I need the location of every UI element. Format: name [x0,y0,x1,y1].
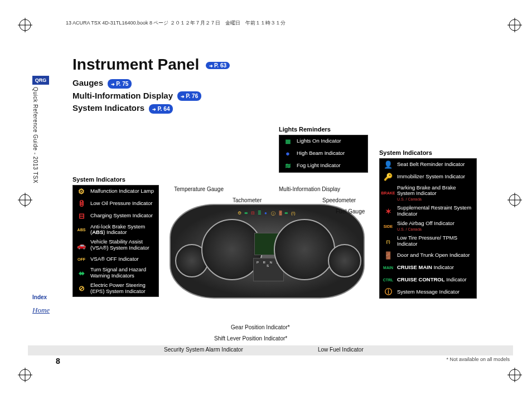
sys-heading: System Indicators [72,103,144,113]
callout-label: Temperature Gauge [174,186,224,192]
indicator-icon: 🚪 [383,251,394,260]
indicator-icon: ⊟ [76,212,87,221]
speedometer-icon [274,219,335,280]
callout-label: Speedometer [322,197,356,203]
indicator-label: Anti-lock Brake System (ABS) Indicator [90,224,156,236]
indicator-icon: ≣ [282,137,293,146]
indicator-label: Seat Belt Reminder Indicator [397,162,473,168]
page-ref-link[interactable]: P. 76 [177,91,201,101]
indicator-label: Lights On Indicator [297,138,365,144]
indicator-row: 🛢Low Oil Pressure Indicator [73,198,158,210]
indicator-icon: CTRL [383,275,394,284]
indicator-label: CRUISE MAIN Indicator [397,265,473,271]
lights-reminders-title: Lights Reminders [279,126,331,133]
indicator-row: 🔑Immobilizer System Indicator [380,171,476,183]
callout-label: Fuel Gauge [336,208,365,214]
indicator-row: ⊘Electric Power Steering (EPS) System In… [73,281,158,296]
indicator-icon: ⊘ [76,284,87,293]
indicator-icon: SIDE [383,222,394,231]
indicator-label: Charging System Indicator [90,213,156,219]
indicator-icon: ⚙ [76,187,87,196]
index-link[interactable]: Index [32,293,49,301]
indicator-label: Supplemental Restraint System Indicator [397,205,473,217]
indicator-icon: (!) [383,237,394,246]
page-title: Instrument Panel P. 63 [72,56,513,74]
indicator-icon: ⓘ [383,287,394,296]
right-indicators-box: 👤Seat Belt Reminder Indicator🔑Immobilize… [379,158,477,299]
indicator-label: CRUISE CONTROL Indicator [397,277,473,283]
fuel-gauge-icon [328,244,361,277]
indicator-icon: ✶ [383,207,394,216]
crop-mark-icon [507,18,522,32]
indicator-icon: 👤 [383,160,394,169]
indicator-label: Low Tire Pressure/ TPMS Indicator [397,235,473,247]
indicator-icon: 🚗 [76,241,87,250]
subheadings: Gauges P. 75 Multi-Information Display P… [72,77,513,115]
indicator-row: 🚗Vehicle Stability Assist (VSA®) System … [73,237,158,253]
indicator-row: ≣Lights On Indicator [279,135,367,148]
indicator-row: ✶Supplemental Restraint System Indicator [380,203,476,219]
sidebar: QRG Quick Reference Guide - 2013 TSX Ind… [32,76,49,315]
page-number: 8 [56,357,60,365]
callout-label: Multi-Information Display [279,186,340,192]
main-content: Instrument Panel P. 63 Gauges P. 75 Mult… [72,56,513,371]
indicator-icon: MAIN [383,263,394,272]
indicator-row: 🚪Door and Trunk Open Indicator [380,249,476,261]
indicator-row: ABSAnti-lock Brake System (ABS) Indicato… [73,222,158,238]
indicator-row: OFFVSA® OFF Indicator [73,253,158,265]
indicator-row: ⓘSystem Message Indicator [380,286,476,298]
gauges-heading: Gauges [72,78,103,87]
indicator-label: System Message Indicator [397,289,473,295]
left-indicators-title: System Indicators [72,176,125,183]
indicator-row: (!)Low Tire Pressure/ TPMS Indicator [380,233,476,249]
page-ref-link[interactable]: P. 75 [108,79,132,89]
indicator-row: SIDESide Airbag Off IndicatorU.S. / Cana… [380,219,476,233]
crop-mark-icon [18,368,32,382]
indicator-label: Immobilizer System Indicator [397,174,473,180]
indicator-icon: ABS [76,225,87,234]
indicator-label: VSA® OFF Indicator [90,256,156,262]
qrg-tab[interactable]: QRG [32,76,49,85]
indicator-row: CTRLCRUISE CONTROL Indicator [380,274,476,286]
indicator-row: ⊟Charging System Indicator [73,210,158,222]
indicator-row: 👤Seat Belt Reminder Indicator [380,159,476,171]
indicator-icon: 🔑 [383,173,394,182]
right-indicators-title: System Indicators [379,149,432,156]
indicator-icon: ⬌ [76,269,87,277]
indicator-row: ⬌Turn Signal and Hazard Warning Indicato… [73,265,158,281]
page-ref-link[interactable]: P. 64 [149,104,173,114]
indicator-row: ≋Fog Light Indicator [279,160,367,172]
indicator-icon: BRAKE [383,189,394,198]
mid-heading: Multi-Information Display [72,91,173,100]
indicator-row: MAINCRUISE MAIN Indicator [380,261,476,274]
home-link[interactable]: Home [32,306,49,315]
crop-mark-icon [18,18,32,32]
callout-label: Low Fuel Indicator [318,347,364,353]
indicator-label: High Beam Indicator [297,150,365,157]
crop-mark-icon [18,193,32,207]
callout-label: Security System Alarm Indicator [164,347,243,353]
indicator-icon: OFF [76,255,87,264]
guide-title-vertical: Quick Reference Guide - 2013 TSX [32,87,38,198]
instrument-cluster-diagram: ⚙⬌⊟ ≣●ⓘ 🚪⬌(!) P R N D S [170,204,365,299]
indicator-icon: ≋ [282,162,293,170]
callout-label: Shift Lever Position Indicator* [214,335,287,342]
page-ref-link[interactable]: P. 63 [206,62,230,69]
left-indicators-box: ⚙Malfunction Indicator Lamp🛢Low Oil Pres… [72,185,159,297]
indicator-label: Side Airbag Off IndicatorU.S. / Canada [397,221,473,232]
indicator-label: Turn Signal and Hazard Warning Indicator… [90,267,156,279]
indicator-row: ●High Beam Indicator [279,148,367,160]
indicator-row: BRAKEParking Brake and Brake System Indi… [380,183,476,204]
indicator-row: ⚙Malfunction Indicator Lamp [73,186,158,198]
indicator-label: Malfunction Indicator Lamp [90,188,156,194]
indicator-icon: 🛢 [76,199,87,208]
title-text: Instrument Panel [72,56,199,73]
callout-label: Gear Position Indicator* [231,324,290,330]
indicator-icon: ● [282,149,293,158]
lights-reminders-box: ≣Lights On Indicator●High Beam Indicator… [279,135,368,173]
indicator-label: Door and Trunk Open Indicator [397,252,473,258]
indicator-label: Parking Brake and Brake System Indicator… [397,185,473,202]
header-metadata: 13 ACURA TSX 4D-31TL16400.book 8 ページ ２０１… [66,19,286,27]
callout-label: Tachometer [233,197,262,203]
indicator-label: Electric Power Steering (EPS) System Ind… [90,282,156,295]
